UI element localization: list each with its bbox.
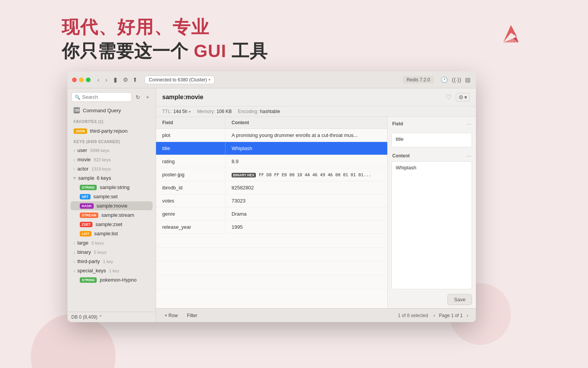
key-group-count: 1 key [103, 259, 113, 264]
hero-line2: 你只需要这一个 GUI 工具 [62, 39, 268, 63]
content-options-button[interactable]: ··· [467, 153, 471, 159]
panel-icon[interactable]: ▤ [464, 76, 471, 84]
sidebar-item-actor[interactable]: › actor 1319 keys [71, 164, 153, 173]
table-row[interactable]: poster-jpg BINARY HEX FF D8 FF E0 00 10 … [156, 168, 387, 181]
key-group-count: 5 keys [92, 241, 104, 245]
redis-version-badge: Redis 7.2.0 [403, 76, 434, 84]
right-panel-field-value[interactable]: title [391, 133, 472, 147]
key-group-count: 1319 keys [92, 167, 111, 171]
chevron-right-icon: › [74, 268, 75, 273]
sidebar-item-sample-list[interactable]: LIST sample:list [71, 229, 153, 238]
search-bar: 🔍 ↻ ＋ [71, 92, 152, 102]
right-panel-field-header: Field ··· [388, 117, 476, 130]
settings-gear-icon[interactable]: ⚙ [122, 76, 129, 84]
main-content: 🔍 ↻ ＋ ⌨ Command Query FAVORITES (1) [67, 88, 476, 322]
add-row-button[interactable]: + Row [162, 312, 180, 319]
table-row[interactable]: votes 73023 [156, 194, 387, 208]
favorite-button[interactable]: ♡ [445, 92, 453, 102]
detail-header: sample:movie ♡ ⚙ ▾ [156, 88, 476, 106]
maximize-button[interactable] [86, 78, 91, 82]
sidebar-item-third-party[interactable]: › third-party 1 key [71, 257, 153, 266]
sidebar-toggle-button[interactable]: ▮ [112, 75, 119, 84]
search-icon: 🔍 [75, 95, 81, 100]
table-row[interactable]: title Whiplash [156, 142, 387, 155]
key-group-count: 922 keys [94, 157, 111, 162]
empty-row [156, 262, 387, 275]
sidebar-item-sample[interactable]: ▾ sample 6 keys [71, 174, 153, 182]
sidebar-section-favorites: FAVORITES (1) JSON third-party:rejson [67, 116, 156, 137]
content-header-label: Content [392, 153, 410, 159]
back-button[interactable]: ‹ [96, 76, 101, 84]
table-row[interactable]: ibmdb_id tt2582802 [156, 181, 387, 194]
forward-button[interactable]: › [104, 76, 109, 84]
col-header-content: Content [225, 117, 387, 128]
table-header: Field Content [156, 117, 387, 129]
favorites-header: FAVORITES (1) [71, 116, 153, 125]
db-selector-button[interactable]: DB 0 (8,409) ⌃ [71, 314, 102, 320]
empty-row [156, 234, 387, 248]
sidebar-item-binary[interactable]: › binary 5 keys [71, 248, 153, 257]
search-actions: ↻ ＋ [134, 93, 152, 101]
wifi-icon[interactable]: ((·)) [451, 76, 462, 84]
sidebar-item-large[interactable]: › large 5 keys [71, 238, 153, 247]
clock-icon[interactable]: 🕐 [440, 76, 449, 84]
content-cell: A promising young drummer enrolls at a c… [225, 129, 387, 142]
fav-item-label: third-party:rejson [90, 128, 128, 134]
sidebar-item-sample-set[interactable]: SET sample:set [71, 192, 153, 201]
sidebar: 🔍 ↻ ＋ ⌨ Command Query FAVORITES (1) [67, 88, 156, 322]
key-settings-button[interactable]: ⚙ ▾ [456, 93, 470, 101]
connection-badge[interactable]: Connected to 6380 (Cluster) ▾ [144, 76, 215, 84]
bottom-bar: + Row Filter 1 of 8 selected ‹ Page 1 of… [156, 308, 476, 322]
key-name-label: sample:list [94, 231, 118, 236]
close-button[interactable] [72, 78, 77, 82]
prev-page-button[interactable]: ‹ [432, 312, 437, 319]
share-icon[interactable]: ⬆ [132, 76, 138, 84]
table-row[interactable]: genre Drama [156, 208, 387, 221]
badge-stream: STREAM [80, 213, 98, 218]
filter-button[interactable]: Filter [184, 312, 200, 319]
save-button[interactable]: Save [447, 294, 472, 305]
add-key-button[interactable]: ＋ [143, 93, 152, 101]
terminal-icon: ⌨ [74, 107, 80, 113]
key-group-count: 1 key [109, 268, 119, 273]
title-bar: ‹ › ▮ ⚙ ⬆ Connected to 6380 (Cluster) ▾ … [67, 71, 476, 88]
col-header-field: Field [156, 117, 225, 128]
chevron-down-icon: ▾ [74, 176, 76, 181]
sidebar-item-user[interactable]: › user 5996 keys [71, 146, 153, 155]
key-name-label: sample:stream [101, 212, 134, 218]
right-panel-content-value[interactable]: Whiplash [391, 161, 472, 289]
search-input[interactable] [82, 94, 128, 100]
content-cell: 8.9 [225, 155, 387, 168]
badge-list: LIST [80, 231, 91, 236]
table-row[interactable]: rating 8.9 [156, 155, 387, 168]
sidebar-item-sample-movie[interactable]: HASH sample:movie [71, 201, 153, 210]
table-row[interactable]: plot A promising young drummer enrolls a… [156, 129, 387, 142]
data-table: Field Content plot A promising young dru… [156, 117, 387, 308]
traffic-lights [72, 78, 91, 82]
key-group-count: 5996 keys [90, 148, 109, 153]
chevron-right-icon: › [74, 259, 75, 264]
key-group-name: binary [77, 249, 91, 255]
table-row[interactable]: release_year 1995 [156, 221, 387, 234]
sidebar-item-fav-rejson[interactable]: JSON third-party:rejson [71, 126, 153, 136]
sidebar-item-special-keys[interactable]: › special_keys 1 key [71, 266, 153, 275]
sidebar-item-pokemon-hypno[interactable]: STRING pokemon-Hypno [71, 275, 153, 284]
chevron-right-icon: › [74, 241, 75, 245]
sidebar-item-sample-string[interactable]: STRING sample:string [71, 183, 153, 192]
sidebar-item-command-query[interactable]: ⌨ Command Query [71, 105, 153, 116]
sidebar-item-sample-stream[interactable]: STREAM sample:stream [71, 211, 153, 219]
content-cell: tt2582802 [225, 181, 387, 194]
field-cell: poster-jpg [156, 168, 225, 181]
refresh-button[interactable]: ↻ [134, 93, 142, 101]
field-options-button[interactable]: ··· [467, 121, 471, 127]
sidebar-section-keys: KEYS (8409 SCANNED) › user 5996 keys › m… [67, 137, 156, 285]
badge-json: JSON [74, 128, 87, 134]
next-page-button[interactable]: › [465, 312, 470, 319]
minimize-button[interactable] [79, 78, 84, 82]
sidebar-item-sample-zset[interactable]: ZSET sample:zset [71, 220, 153, 229]
sidebar-section-cmd: ⌨ Command Query [67, 104, 156, 116]
ttl-dropdown[interactable]: ▾ [189, 110, 191, 114]
sidebar-item-movie[interactable]: › movie 922 keys [71, 155, 153, 164]
sidebar-footer: DB 0 (8,409) ⌃ [67, 312, 156, 322]
key-name-label: sample:zset [96, 221, 122, 227]
